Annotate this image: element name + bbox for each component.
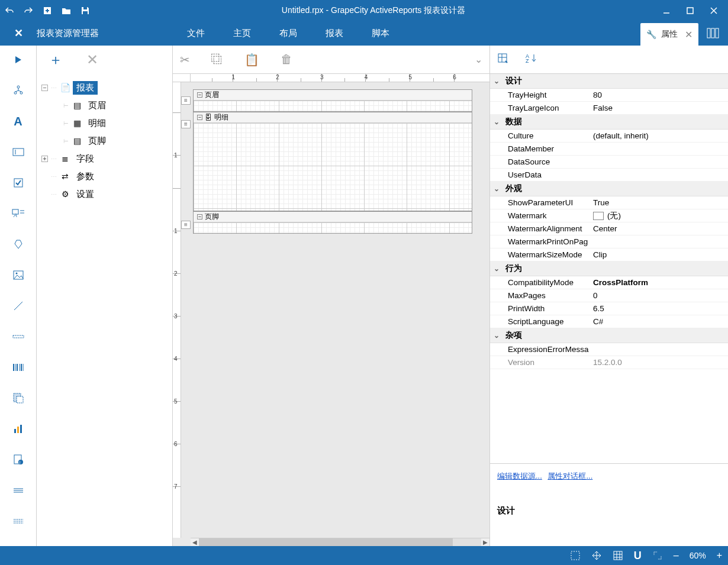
zoom-in-button[interactable]: + bbox=[717, 550, 722, 561]
chart-icon[interactable] bbox=[9, 422, 28, 436]
wrench-icon: 🔧 bbox=[646, 30, 656, 39]
prop-row[interactable]: UserData bbox=[490, 169, 728, 182]
tree-label: 参数 bbox=[73, 170, 98, 183]
watermark-swatch[interactable] bbox=[593, 212, 604, 220]
textbox-icon[interactable] bbox=[9, 145, 28, 159]
close-properties-button[interactable]: ✕ bbox=[685, 29, 692, 40]
paste-icon[interactable]: 📋 bbox=[244, 53, 259, 67]
prop-row[interactable]: MaxPages0 bbox=[490, 289, 728, 302]
cross-section-box-icon[interactable] bbox=[9, 514, 28, 528]
section-label: 明细 bbox=[214, 112, 228, 122]
cut-icon[interactable]: ✂ bbox=[180, 53, 190, 67]
close-button[interactable] bbox=[702, 2, 726, 20]
svg-point-9 bbox=[14, 92, 17, 94]
open-button[interactable] bbox=[59, 4, 73, 18]
line-icon[interactable] bbox=[9, 299, 28, 313]
prop-row[interactable]: PrintWidth6.5 bbox=[490, 302, 728, 315]
label-icon[interactable]: A bbox=[9, 114, 28, 128]
menu-script[interactable]: 脚本 bbox=[357, 21, 404, 46]
prop-category-data[interactable]: ⌄数据 bbox=[490, 115, 728, 130]
snap-icon[interactable]: U bbox=[634, 550, 642, 562]
prop-row[interactable]: DataMember bbox=[490, 143, 728, 156]
chevron-down-icon[interactable]: ⌄ bbox=[475, 54, 482, 65]
prop-row[interactable]: WatermarkPrintOnPag bbox=[490, 235, 728, 248]
tree-item-settings[interactable]: ⋯ ⚙ 设置 bbox=[39, 185, 170, 203]
prop-row[interactable]: ScriptLanguageC# bbox=[490, 315, 728, 328]
menu-layout[interactable]: 布局 bbox=[265, 21, 311, 46]
undo-button[interactable] bbox=[2, 4, 17, 18]
close-explorer-button[interactable]: ✕ bbox=[0, 27, 37, 40]
prop-row[interactable]: ExpressionErrorMessa bbox=[490, 343, 728, 356]
zoom-level[interactable]: 60% bbox=[690, 551, 706, 560]
select-mode-icon[interactable] bbox=[570, 550, 581, 561]
gutter-handle[interactable]: ≡ bbox=[181, 120, 191, 128]
prop-row[interactable]: TrayLargeIconFalse bbox=[490, 102, 728, 115]
prop-row[interactable]: DataSource bbox=[490, 156, 728, 169]
properties-panel: AZ ⌄设计 TrayHeight80 TrayLargeIconFalse ⌄… bbox=[490, 46, 728, 546]
new-button[interactable] bbox=[40, 4, 54, 18]
edit-datasource-link[interactable]: 编辑数据源... bbox=[497, 472, 542, 480]
copy-icon[interactable]: ⿻ bbox=[211, 53, 223, 66]
menu-file[interactable]: 文件 bbox=[173, 21, 219, 46]
reportinfo-icon[interactable]: i bbox=[9, 453, 28, 467]
prop-row[interactable]: ShowParameterUITrue bbox=[490, 196, 728, 209]
alphabetical-icon[interactable]: AZ bbox=[526, 53, 539, 66]
tree-item-detail[interactable]: ⊢ ▦ 明细 bbox=[39, 114, 170, 132]
save-button[interactable] bbox=[78, 4, 92, 18]
tree-item-fields[interactable]: +⋯ ≣ 字段 bbox=[39, 150, 170, 167]
section-detail[interactable]: −🗄明细 bbox=[193, 112, 472, 211]
picture-icon[interactable] bbox=[9, 268, 28, 282]
prop-category-misc[interactable]: ⌄杂项 bbox=[490, 328, 728, 343]
tree-item-pagefooter[interactable]: ⊢ ▤ 页脚 bbox=[39, 132, 170, 150]
gutter-handle[interactable]: ≡ bbox=[181, 221, 191, 229]
dimensions-icon[interactable] bbox=[652, 550, 663, 561]
zoom-out-button[interactable]: – bbox=[674, 550, 679, 561]
trash-icon[interactable]: 🗑 bbox=[281, 53, 292, 66]
delete-button[interactable]: ✕ bbox=[86, 51, 98, 68]
richtext-icon[interactable]: A bbox=[9, 206, 28, 221]
section-pageheader[interactable]: −页眉 bbox=[193, 89, 472, 112]
maximize-button[interactable] bbox=[678, 2, 702, 20]
design-surface[interactable]: 1 2 3 4 5 6 1 1 2 3 4 5 6 7 ≡ ≡ bbox=[173, 74, 489, 546]
prop-row[interactable]: WatermarkAlignmentCenter bbox=[490, 222, 728, 235]
grid-icon[interactable] bbox=[613, 550, 623, 561]
property-dialog-link[interactable]: 属性对话框... bbox=[547, 472, 592, 480]
svg-rect-1 bbox=[83, 7, 87, 9]
prop-category-design[interactable]: ⌄设计 bbox=[490, 74, 728, 89]
prop-row[interactable]: Watermark(无) bbox=[490, 209, 728, 222]
db-icon: 🗄 bbox=[205, 114, 212, 122]
tree-item-parameters[interactable]: ⋯ ⇄ 参数 bbox=[39, 167, 170, 185]
panel-toggle-button[interactable] bbox=[698, 28, 728, 38]
section-pagefooter[interactable]: −页脚 bbox=[193, 211, 472, 234]
properties-grid[interactable]: ⌄设计 TrayHeight80 TrayLargeIconFalse ⌄数据 … bbox=[490, 74, 728, 463]
report-body[interactable]: −页眉 −🗄明细 −页脚 bbox=[193, 89, 472, 234]
gutter-handle[interactable]: ≡ bbox=[181, 96, 191, 105]
prop-row[interactable]: Culture(default, inherit) bbox=[490, 130, 728, 143]
pagebreak-icon[interactable] bbox=[9, 330, 28, 344]
cross-section-line-icon[interactable] bbox=[9, 483, 28, 498]
play-icon[interactable] bbox=[9, 53, 28, 67]
prop-row[interactable]: CompatibilityModeCrossPlatform bbox=[490, 276, 728, 289]
barcode-icon[interactable] bbox=[9, 360, 28, 374]
pointer-icon[interactable] bbox=[9, 83, 28, 98]
minimize-button[interactable] bbox=[655, 2, 678, 20]
subreport-icon[interactable] bbox=[9, 391, 28, 405]
tree-item-report[interactable]: −⋯ 📄 报表 bbox=[39, 79, 170, 96]
prop-category-appearance[interactable]: ⌄外观 bbox=[490, 182, 728, 196]
checkbox-icon[interactable] bbox=[9, 176, 28, 190]
add-button[interactable]: ＋ bbox=[49, 50, 63, 69]
tree-item-pageheader[interactable]: ⊢ ▤ 页眉 bbox=[39, 96, 170, 114]
svg-rect-11 bbox=[13, 148, 24, 156]
prop-category-behavior[interactable]: ⌄行为 bbox=[490, 261, 728, 276]
shape-icon[interactable] bbox=[9, 237, 28, 251]
menu-report[interactable]: 报表 bbox=[311, 21, 357, 46]
horizontal-scrollbar[interactable]: ◀▶ bbox=[191, 538, 489, 546]
prop-row[interactable]: WatermarkSizeModeClip bbox=[490, 248, 728, 261]
pan-mode-icon[interactable] bbox=[591, 550, 602, 561]
categorized-icon[interactable] bbox=[497, 53, 508, 66]
prop-row[interactable]: TrayHeight80 bbox=[490, 89, 728, 102]
menu-home[interactable]: 主页 bbox=[219, 21, 265, 46]
redo-button[interactable] bbox=[21, 4, 36, 18]
section-icon: ▤ bbox=[72, 135, 82, 146]
properties-tab[interactable]: 🔧 属性 ✕ bbox=[640, 23, 698, 46]
